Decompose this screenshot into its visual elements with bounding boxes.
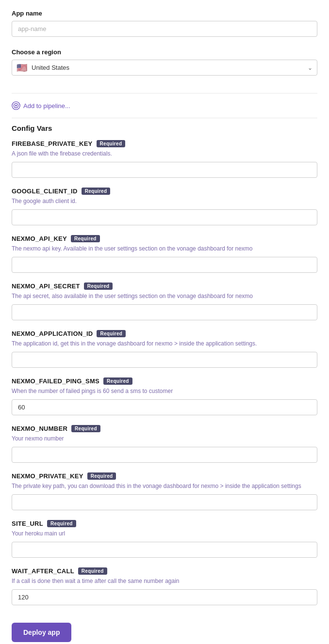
config-var-header-0: FIREBASE_PRIVATE_KEYRequired <box>12 140 317 147</box>
required-badge-9: Required <box>78 567 107 575</box>
config-var-input-nexmo_number[interactable] <box>12 447 317 463</box>
required-badge-5: Required <box>103 377 132 385</box>
config-var-header-2: NEXMO_API_KEYRequired <box>12 235 317 242</box>
config-var-header-4: NEXMO_APPLICATION_IDRequired <box>12 330 317 337</box>
region-group: Choose a region 🇺🇸 United States Europe … <box>12 48 317 76</box>
required-badge-7: Required <box>87 472 116 480</box>
config-var-desc-8: Your heroku main url <box>12 529 317 538</box>
svg-point-2 <box>15 105 17 107</box>
config-var-name-8: SITE_URL <box>12 520 43 527</box>
config-var-header-3: NEXMO_API_SECRETRequired <box>12 283 317 290</box>
config-var-desc-7: The private key path, you can download t… <box>12 482 317 490</box>
region-label: Choose a region <box>12 48 317 56</box>
config-var-header-9: WAIT_AFTER_CALLRequired <box>12 567 317 575</box>
config-var-name-5: NEXMO_FAILED_PING_SMS <box>12 377 99 385</box>
required-badge-0: Required <box>97 140 126 147</box>
config-var-name-7: NEXMO_PRIVATE_KEY <box>12 472 83 480</box>
required-badge-1: Required <box>82 188 111 195</box>
config-var-block-nexmo_api_secret: NEXMO_API_SECRETRequiredThe api secret, … <box>12 283 317 320</box>
config-var-header-8: SITE_URLRequired <box>12 520 317 527</box>
config-var-input-nexmo_api_key[interactable] <box>12 257 317 273</box>
config-var-input-site_url[interactable] <box>12 542 317 558</box>
config-var-name-6: NEXMO_NUMBER <box>12 425 67 432</box>
config-var-desc-2: The nexmo api key. Available in the user… <box>12 244 317 253</box>
region-select[interactable]: United States Europe <box>12 60 317 76</box>
config-var-block-google_client_id: GOOGLE_CLIENT_IDRequiredThe google auth … <box>12 188 317 225</box>
config-var-header-7: NEXMO_PRIVATE_KEYRequired <box>12 472 317 480</box>
config-var-header-1: GOOGLE_CLIENT_IDRequired <box>12 188 317 195</box>
config-var-name-3: NEXMO_API_SECRET <box>12 283 80 290</box>
config-var-header-5: NEXMO_FAILED_PING_SMSRequired <box>12 377 317 385</box>
app-name-input[interactable] <box>12 21 317 37</box>
config-vars-section: Config Vars FIREBASE_PRIVATE_KEYRequired… <box>12 124 317 605</box>
required-badge-3: Required <box>84 283 113 290</box>
config-var-block-nexmo_number: NEXMO_NUMBERRequiredYour nexmo number <box>12 425 317 463</box>
region-select-wrapper: 🇺🇸 United States Europe ⌄ <box>12 60 317 76</box>
config-var-input-nexmo_failed_ping_sms[interactable] <box>12 399 317 415</box>
config-var-input-firebase_private_key[interactable] <box>12 162 317 178</box>
config-var-desc-9: If a call is done then wait a time after… <box>12 577 317 585</box>
config-var-block-site_url: SITE_URLRequiredYour heroku main url <box>12 520 317 558</box>
config-var-name-0: FIREBASE_PRIVATE_KEY <box>12 140 93 147</box>
required-badge-4: Required <box>97 330 126 337</box>
config-var-desc-4: The application id, get this in the vona… <box>12 339 317 348</box>
config-var-desc-1: The google auth client id. <box>12 197 317 205</box>
config-var-block-firebase_private_key: FIREBASE_PRIVATE_KEYRequiredA json file … <box>12 140 317 178</box>
config-var-header-6: NEXMO_NUMBERRequired <box>12 425 317 432</box>
pipeline-icon <box>12 101 20 110</box>
config-var-input-google_client_id[interactable] <box>12 209 317 225</box>
config-var-name-1: GOOGLE_CLIENT_ID <box>12 188 78 195</box>
config-vars-container: FIREBASE_PRIVATE_KEYRequiredA json file … <box>12 140 317 605</box>
config-var-input-nexmo_application_id[interactable] <box>12 352 317 368</box>
required-badge-2: Required <box>71 235 100 242</box>
config-var-block-nexmo_private_key: NEXMO_PRIVATE_KEYRequiredThe private key… <box>12 472 317 510</box>
config-var-block-nexmo_api_key: NEXMO_API_KEYRequiredThe nexmo api key. … <box>12 235 317 273</box>
config-var-input-nexmo_private_key[interactable] <box>12 494 317 510</box>
config-var-desc-3: The api secret, also available in the us… <box>12 292 317 300</box>
config-var-desc-6: Your nexmo number <box>12 434 317 443</box>
config-var-block-nexmo_application_id: NEXMO_APPLICATION_IDRequiredThe applicat… <box>12 330 317 368</box>
config-var-name-9: WAIT_AFTER_CALL <box>12 567 74 575</box>
config-var-name-2: NEXMO_API_KEY <box>12 235 67 242</box>
config-var-block-nexmo_failed_ping_sms: NEXMO_FAILED_PING_SMSRequiredWhen the nu… <box>12 377 317 415</box>
config-var-desc-0: A json file with the firebase credential… <box>12 149 317 158</box>
config-var-input-nexmo_api_secret[interactable] <box>12 304 317 320</box>
config-var-block-wait_after_call: WAIT_AFTER_CALLRequiredIf a call is done… <box>12 567 317 605</box>
deploy-app-button[interactable]: Deploy app <box>12 623 71 642</box>
add-to-pipeline-link[interactable]: Add to pipeline... <box>12 101 317 110</box>
config-vars-title: Config Vars <box>12 124 317 132</box>
app-name-group: App name <box>12 10 317 37</box>
divider-2 <box>12 118 317 118</box>
divider-1 <box>12 93 317 94</box>
required-badge-8: Required <box>47 520 76 527</box>
app-name-label: App name <box>12 10 317 17</box>
config-var-desc-5: When the number of failed pings is 60 se… <box>12 387 317 395</box>
config-var-name-4: NEXMO_APPLICATION_ID <box>12 330 93 337</box>
add-pipeline-label: Add to pipeline... <box>23 102 70 110</box>
required-badge-6: Required <box>71 425 100 432</box>
config-var-input-wait_after_call[interactable] <box>12 589 317 605</box>
